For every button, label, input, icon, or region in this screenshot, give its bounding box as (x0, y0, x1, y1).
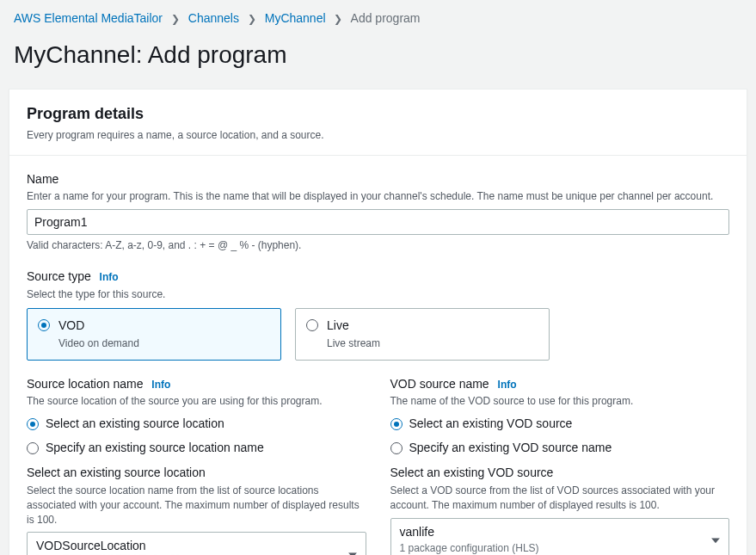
name-input[interactable] (27, 209, 729, 235)
name-label: Name (27, 171, 729, 188)
panel-header: Program details Every program requires a… (9, 89, 747, 156)
source-location-label-text: Source location name (27, 377, 143, 391)
source-location-radio-select-existing[interactable]: Select an existing source location (27, 416, 366, 433)
source-location-info-link[interactable]: Info (151, 379, 170, 391)
caret-down-icon (711, 531, 720, 548)
source-type-tile-vod[interactable]: VOD Video on demand (27, 308, 281, 360)
chevron-right-icon: ❯ (171, 13, 180, 25)
program-details-panel: Program details Every program requires a… (9, 89, 747, 555)
source-type-tile-live[interactable]: Live Live stream (295, 308, 550, 360)
breadcrumb-current: Add program (351, 11, 421, 25)
chevron-right-icon: ❯ (248, 13, 256, 25)
name-field: Name Enter a name for your program. This… (27, 171, 729, 253)
radio-label: Specify an existing VOD source name (409, 440, 612, 457)
radio-label: Select an existing source location (46, 416, 224, 433)
select-subtext: 1 package configuration (HLS) (400, 541, 704, 555)
source-location-radio-specify-name[interactable]: Specify an existing source location name (27, 440, 366, 457)
panel-description: Every program requires a name, a source … (27, 128, 729, 143)
select-value: vanlife (400, 524, 704, 541)
vod-source-select-hint: Select a VOD source from the list of VOD… (390, 484, 730, 513)
breadcrumb: AWS Elemental MediaTailor ❯ Channels ❯ M… (0, 0, 756, 34)
tile-live-desc: Live stream (327, 336, 380, 351)
source-location-select[interactable]: VODSourceLocation https://d1hy1193s73e94… (27, 532, 366, 555)
radio-icon (38, 319, 50, 331)
caret-down-icon (348, 546, 357, 555)
name-hint: Enter a name for your program. This is t… (27, 189, 729, 204)
source-location-label: Source location name Info (27, 376, 366, 393)
tile-vod-desc: Video on demand (58, 336, 139, 351)
select-value: VODSourceLocation (36, 538, 340, 555)
radio-icon (27, 418, 39, 430)
source-type-label: Source type Info (27, 268, 729, 286)
vod-source-hint: The name of the VOD source to use for th… (390, 394, 730, 409)
breadcrumb-link-service[interactable]: AWS Elemental MediaTailor (14, 11, 163, 25)
source-type-hint: Select the type for this source. (27, 287, 729, 302)
vod-source-label-text: VOD source name (390, 377, 489, 391)
source-location-hint: The source location of the source you ar… (27, 394, 366, 409)
source-location-select-label: Select an existing source location (27, 465, 366, 482)
radio-icon (306, 319, 318, 331)
source-type-field: Source type Info Select the type for thi… (27, 268, 729, 361)
tile-vod-title: VOD (58, 318, 139, 335)
vod-source-label: VOD source name Info (390, 376, 730, 393)
radio-icon (27, 442, 39, 454)
source-type-label-text: Source type (27, 269, 91, 283)
vod-source-radio-specify-name[interactable]: Specify an existing VOD source name (390, 440, 730, 457)
breadcrumb-link-channels[interactable]: Channels (188, 11, 239, 25)
vod-source-column: VOD source name Info The name of the VOD… (390, 376, 730, 555)
panel-title: Program details (27, 103, 729, 125)
breadcrumb-link-mychannel[interactable]: MyChannel (265, 11, 326, 25)
source-type-info-link[interactable]: Info (100, 271, 119, 283)
chevron-right-icon: ❯ (334, 13, 342, 25)
vod-source-select[interactable]: vanlife 1 package configuration (HLS) (390, 518, 730, 556)
radio-icon (390, 418, 403, 430)
radio-label: Specify an existing source location name (46, 440, 264, 457)
vod-source-select-label: Select an existing VOD source (390, 465, 730, 482)
vod-source-info-link[interactable]: Info (498, 379, 517, 391)
page-title: MyChannel: Add program (0, 34, 756, 89)
source-location-column: Source location name Info The source loc… (27, 376, 366, 555)
vod-source-radio-select-existing[interactable]: Select an existing VOD source (390, 416, 730, 433)
name-constraint: Valid characters: A-Z, a-z, 0-9, and . :… (27, 238, 729, 253)
radio-label: Select an existing VOD source (409, 416, 573, 433)
tile-live-title: Live (327, 318, 380, 335)
radio-icon (390, 442, 403, 454)
source-location-select-hint: Select the source location name from the… (27, 484, 366, 527)
